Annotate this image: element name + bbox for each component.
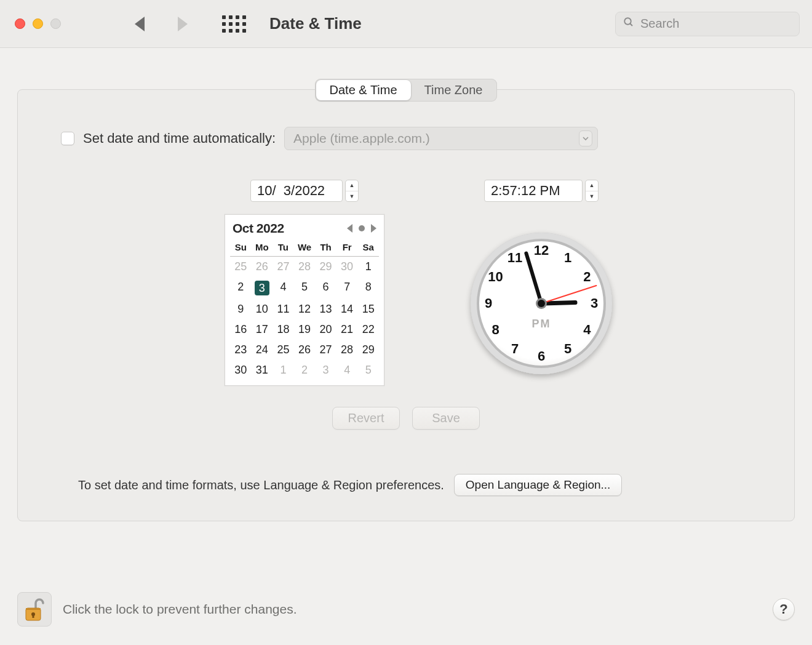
auto-set-checkbox[interactable]: [61, 132, 74, 145]
lock-button[interactable]: [17, 592, 52, 627]
time-step-up[interactable]: ▲: [586, 180, 598, 191]
calendar-prev-button[interactable]: [347, 224, 352, 233]
time-spinner[interactable]: ▲ ▼: [585, 180, 599, 202]
search-field[interactable]: [615, 12, 800, 36]
clock-number: 12: [533, 242, 550, 258]
calendar-day[interactable]: 17: [252, 319, 273, 340]
preferences-panel: Set date and time automatically: Apple (…: [17, 89, 795, 521]
calendar-day[interactable]: 5: [357, 360, 379, 380]
search-input[interactable]: [639, 16, 792, 31]
calendar-title: Oct 2022: [233, 221, 347, 236]
zoom-window-button[interactable]: [50, 18, 61, 29]
clock-number: 4: [578, 322, 595, 338]
clock-number: 11: [506, 250, 523, 266]
calendar-day[interactable]: 4: [273, 277, 294, 299]
calendar-day[interactable]: 30: [336, 257, 358, 277]
help-button[interactable]: ?: [773, 598, 795, 620]
calendar-day[interactable]: 20: [315, 319, 336, 340]
window-controls: [15, 18, 61, 29]
calendar-day[interactable]: 23: [230, 340, 252, 360]
auto-set-label: Set date and time automatically:: [83, 130, 276, 146]
calendar-day[interactable]: 9: [230, 299, 252, 319]
svg-rect-5: [33, 614, 34, 618]
calendar-day[interactable]: 1: [357, 257, 379, 277]
calendar-day[interactable]: 7: [336, 277, 358, 299]
time-stepper[interactable]: ▲ ▼: [484, 180, 599, 202]
calendar-day[interactable]: 1: [273, 360, 294, 380]
calendar-day[interactable]: 24: [252, 340, 273, 360]
open-language-region-button[interactable]: Open Language & Region...: [454, 474, 623, 496]
calendar-dow: Tu: [273, 239, 294, 257]
calendar-day[interactable]: 15: [357, 299, 379, 319]
save-button[interactable]: Save: [412, 407, 480, 430]
calendar-day[interactable]: 25: [273, 340, 294, 360]
calendar-day[interactable]: 27: [315, 340, 336, 360]
tab-bar: Date & Time Time Zone: [0, 79, 812, 102]
date-input[interactable]: [250, 180, 343, 202]
calendar-today-button[interactable]: [359, 225, 365, 231]
calendar-dow: Su: [230, 239, 252, 257]
clock-number: 5: [559, 341, 576, 357]
calendar-day[interactable]: 27: [273, 257, 294, 277]
calendar-day[interactable]: 11: [273, 299, 294, 319]
calendar-day[interactable]: 21: [336, 319, 358, 340]
tab-date-time[interactable]: Date & Time: [316, 80, 411, 100]
calendar-dow: Sa: [357, 239, 379, 257]
calendar-day[interactable]: 3: [315, 360, 336, 380]
time-server-select[interactable]: Apple (time.apple.com.): [284, 127, 598, 150]
calendar-day[interactable]: 29: [357, 340, 379, 360]
search-icon: [623, 17, 634, 31]
tab-time-zone[interactable]: Time Zone: [411, 80, 496, 100]
clock-minute-hand: [524, 251, 543, 304]
calendar-day[interactable]: 16: [230, 319, 252, 340]
calendar-day[interactable]: 22: [357, 319, 379, 340]
nav-buttons: [135, 17, 188, 31]
clock-ampm: PM: [532, 318, 551, 331]
show-all-preferences-button[interactable]: [222, 15, 246, 33]
calendar-day[interactable]: 12: [294, 299, 316, 319]
calendar-next-button[interactable]: [371, 224, 376, 233]
calendar-dow: Fr: [336, 239, 358, 257]
calendar-day[interactable]: 19: [294, 319, 316, 340]
calendar-day[interactable]: 2: [230, 277, 252, 299]
clock-number: 7: [506, 341, 523, 357]
date-step-up[interactable]: ▲: [346, 180, 358, 191]
date-stepper[interactable]: ▲ ▼: [250, 180, 359, 202]
clock-pin: [538, 300, 545, 307]
forward-button[interactable]: [178, 17, 188, 31]
clock-number: 2: [578, 269, 595, 285]
calendar-day[interactable]: 28: [294, 257, 316, 277]
calendar-day[interactable]: 8: [357, 277, 379, 299]
calendar-day[interactable]: 13: [315, 299, 336, 319]
clock-number: 1: [559, 250, 576, 266]
minimize-window-button[interactable]: [33, 18, 43, 29]
calendar-day[interactable]: 25: [230, 257, 252, 277]
calendar-day[interactable]: 26: [294, 340, 316, 360]
back-button[interactable]: [135, 17, 145, 31]
clock-number: 3: [586, 295, 603, 311]
time-input[interactable]: [484, 180, 583, 202]
calendar-day[interactable]: 30: [230, 360, 252, 380]
calendar-day[interactable]: 28: [336, 340, 358, 360]
date-spinner[interactable]: ▲ ▼: [345, 180, 359, 202]
calendar-day[interactable]: 3: [252, 277, 273, 299]
calendar-day[interactable]: 2: [294, 360, 316, 380]
time-server-value: Apple (time.apple.com.): [293, 131, 430, 146]
calendar-day[interactable]: 14: [336, 299, 358, 319]
calendar-day[interactable]: 6: [315, 277, 336, 299]
time-step-down[interactable]: ▼: [586, 191, 598, 202]
calendar-day[interactable]: 4: [336, 360, 358, 380]
date-step-down[interactable]: ▼: [346, 191, 358, 202]
calendar[interactable]: Oct 2022 SuMoTuWeThFrSa25262728293012345…: [225, 214, 384, 386]
calendar-day[interactable]: 18: [273, 319, 294, 340]
close-window-button[interactable]: [15, 18, 25, 29]
calendar-day[interactable]: 5: [294, 277, 316, 299]
window-title: Date & Time: [269, 14, 362, 33]
revert-button[interactable]: Revert: [332, 407, 400, 430]
calendar-day[interactable]: 31: [252, 360, 273, 380]
formats-hint: To set date and time formats, use Langua…: [78, 478, 444, 492]
calendar-day[interactable]: 26: [252, 257, 273, 277]
toolbar: Date & Time: [0, 0, 812, 48]
calendar-day[interactable]: 10: [252, 299, 273, 319]
calendar-day[interactable]: 29: [315, 257, 336, 277]
